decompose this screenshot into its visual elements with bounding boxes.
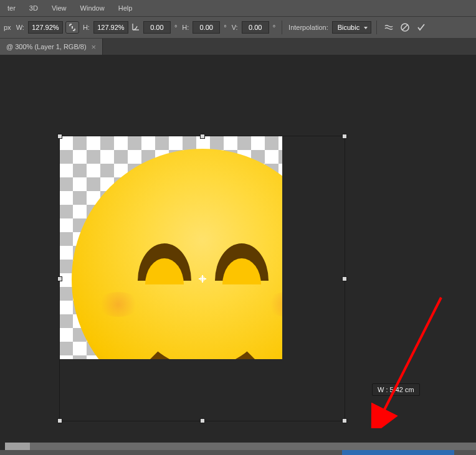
angle-input[interactable] xyxy=(143,21,171,34)
canvas-area[interactable]: W : 5.42 cm 溜溜自学 zixue.3d66.com xyxy=(0,55,476,450)
transform-handle-tl[interactable] xyxy=(57,134,62,139)
menu-bar: ter 3D View Window Help xyxy=(0,0,476,16)
menu-item-help[interactable]: Help xyxy=(112,2,139,14)
transform-bounding-box[interactable] xyxy=(59,136,345,421)
warp-mode-button[interactable] xyxy=(382,21,396,34)
transform-handle-r[interactable] xyxy=(342,276,347,281)
transform-handle-t[interactable] xyxy=(200,134,205,139)
status-bar xyxy=(5,443,476,450)
warp-icon xyxy=(384,22,394,32)
link-icon xyxy=(69,23,76,32)
transform-handle-bl[interactable] xyxy=(57,418,62,423)
skew-v-degree-symbol: ° xyxy=(272,24,277,31)
measurement-tooltip: W : 5.42 cm xyxy=(372,383,420,396)
skew-h-input[interactable] xyxy=(193,21,220,34)
width-input[interactable] xyxy=(28,21,63,34)
interpolation-select[interactable]: Bicubic xyxy=(332,21,371,34)
options-bar: px W: H: ° H: ° V: ° Interpolation: Bicu… xyxy=(0,16,476,39)
skew-v-input[interactable] xyxy=(242,21,269,34)
height-label: H: xyxy=(82,24,91,31)
annotation-arrow-icon xyxy=(366,291,454,428)
menu-item-3d[interactable]: 3D xyxy=(23,2,44,14)
transform-handle-b[interactable] xyxy=(200,418,205,423)
check-icon xyxy=(416,22,426,32)
interpolation-label: Interpolation: xyxy=(287,24,330,31)
cancel-transform-button[interactable] xyxy=(398,21,412,34)
skew-h-degree-symbol: ° xyxy=(222,24,227,31)
menu-item-window[interactable]: Window xyxy=(74,2,111,14)
divider xyxy=(282,21,282,34)
transform-handle-tr[interactable] xyxy=(342,134,347,139)
height-input[interactable] xyxy=(93,21,128,34)
angle-degree-symbol: ° xyxy=(173,24,178,31)
cancel-icon xyxy=(400,22,410,32)
status-zoom-field[interactable] xyxy=(5,443,30,450)
close-tab-button[interactable]: × xyxy=(92,42,97,52)
divider xyxy=(376,21,377,34)
skew-h-label: H: xyxy=(181,24,190,31)
commit-transform-button[interactable] xyxy=(414,21,428,34)
svg-line-2 xyxy=(381,298,441,416)
link-aspect-button[interactable] xyxy=(65,21,79,34)
transform-center-icon[interactable] xyxy=(199,275,206,283)
document-tab[interactable]: @ 300% (Layer 1, RGB/8) × xyxy=(0,39,103,55)
skew-v-label: V: xyxy=(231,24,239,31)
tab-title: @ 300% (Layer 1, RGB/8) xyxy=(6,43,87,50)
svg-line-1 xyxy=(402,25,407,30)
transform-handle-br[interactable] xyxy=(342,418,347,423)
status-info xyxy=(30,443,476,450)
width-label: W: xyxy=(15,24,26,31)
menu-item-view[interactable]: View xyxy=(45,2,73,14)
tab-bar: @ 300% (Layer 1, RGB/8) × xyxy=(0,39,476,55)
transform-handle-l[interactable] xyxy=(57,276,62,281)
angle-icon xyxy=(131,22,141,32)
menu-item-filter[interactable]: ter xyxy=(1,2,22,14)
unit-label: px xyxy=(2,24,12,31)
